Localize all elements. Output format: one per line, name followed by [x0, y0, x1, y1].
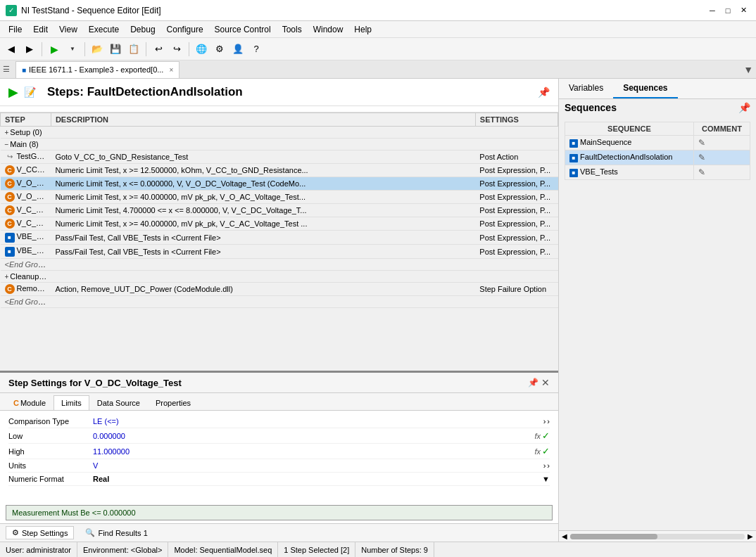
table-row[interactable]: ■VBE_Test_on_V_C_Fail_LowPass/Fail Test,…: [1, 245, 558, 259]
save2-button[interactable]: 📋: [125, 41, 142, 58]
scroll-track[interactable]: [570, 534, 745, 539]
tab-limits[interactable]: Limits: [53, 395, 89, 410]
run-dropdown-button[interactable]: ▼: [64, 41, 81, 58]
steps-title: Steps: FaultDetectionAndIsolation: [47, 85, 538, 99]
table-row[interactable]: CV_CC_to_GND_Resistance_TestNumeric Limi…: [1, 164, 558, 177]
scroll-thumb: [570, 534, 657, 539]
magnifier-icon: 🔍: [85, 528, 95, 537]
menu-item-file[interactable]: File: [3, 23, 27, 36]
open-button[interactable]: 📂: [89, 41, 106, 58]
c-step-icon: C: [5, 179, 15, 188]
help-button[interactable]: ?: [248, 41, 265, 58]
tab-sequences[interactable]: Sequences: [613, 79, 677, 98]
menu-item-edit[interactable]: Edit: [27, 23, 53, 36]
steps-scroll[interactable]: STEP DESCRIPTION SETTINGS +Setup (0)−Mai…: [0, 113, 558, 348]
menu-item-source control[interactable]: Source Control: [209, 23, 277, 36]
menu-item-debug[interactable]: Debug: [125, 23, 160, 36]
forward-button[interactable]: ▶: [21, 41, 38, 58]
list-item[interactable]: ■FaultDetectionAndIsolation✎: [565, 151, 750, 165]
run-button[interactable]: ▶: [46, 41, 63, 58]
edit-icon[interactable]: ✎: [698, 167, 705, 177]
right-content: SEQUENCE COMMENT ■MainSequence✎■FaultDet…: [559, 116, 756, 530]
numeric-dropdown[interactable]: ▼: [542, 475, 550, 483]
settings-step-name: V_O_DC_Voltage_Test: [84, 378, 182, 388]
dropdown-arrow[interactable]: ›: [543, 417, 546, 425]
units-arrow1[interactable]: ›: [543, 461, 546, 470]
table-row[interactable]: CV_C_AC_Voltage_TestNumeric Limit Test, …: [1, 217, 558, 231]
table-row[interactable]: −Main (8): [1, 139, 558, 151]
table-row[interactable]: <End Group>: [1, 259, 558, 271]
table-row[interactable]: ↪TestGroupSequenceEntryPointGoto V_CC_to…: [1, 151, 558, 164]
dropdown-arrow2[interactable]: ›: [547, 417, 550, 425]
expand-icon[interactable]: +: [5, 273, 9, 281]
sequence-tab[interactable]: ■ IEEE 1671.1 - Example3 - exported[0...…: [15, 61, 179, 78]
list-item[interactable]: ■VBE_Tests✎: [565, 165, 750, 180]
table-row[interactable]: CRemove_UUT_DC_PowerAction, Remove_UUT_D…: [1, 283, 558, 296]
right-pin-icon[interactable]: 📌: [738, 102, 750, 113]
high-fx-button[interactable]: fx: [534, 447, 541, 456]
low-value: 0.000000: [93, 432, 534, 440]
redo-button[interactable]: ↪: [168, 41, 185, 58]
menu-item-view[interactable]: View: [53, 23, 83, 36]
collapse-icon[interactable]: −: [5, 141, 9, 148]
table-row[interactable]: CV_C_DC_Voltage_TestNumeric Limit Test, …: [1, 204, 558, 217]
toolbar-separator-1: [42, 42, 42, 56]
low-actions: fx ✓: [534, 430, 550, 441]
tab-close-button[interactable]: ×: [169, 66, 173, 74]
comparison-type-value: LE (<=): [93, 417, 543, 425]
menu-item-window[interactable]: Window: [308, 23, 349, 36]
undo-button[interactable]: ↩: [150, 41, 167, 58]
c-step-icon: C: [5, 165, 15, 175]
tab-module[interactable]: CModule: [6, 395, 53, 410]
edit-icon[interactable]: ✎: [698, 138, 705, 148]
edit-icon[interactable]: ✎: [698, 153, 705, 162]
user-button[interactable]: 👤: [229, 41, 246, 58]
seq-col-name: SEQUENCE: [565, 122, 694, 136]
sidebar-toggle[interactable]: ☰: [3, 65, 10, 74]
low-fx-button[interactable]: fx: [534, 432, 541, 440]
tab-variables[interactable]: Variables: [559, 79, 613, 98]
close-button[interactable]: ✕: [736, 4, 750, 18]
status-user: User: administrator: [0, 542, 77, 557]
step-description: [51, 296, 475, 308]
tab-menu-button[interactable]: ▼: [743, 64, 753, 75]
maximize-button[interactable]: □: [721, 4, 735, 18]
minimize-button[interactable]: ─: [705, 4, 719, 18]
config-button[interactable]: ⚙: [211, 41, 228, 58]
scroll-left-button[interactable]: ◀: [562, 532, 567, 540]
app-icon: ✓: [6, 5, 17, 16]
list-item[interactable]: ■MainSequence✎: [565, 136, 750, 151]
sequences-table: SEQUENCE COMMENT ■MainSequence✎■FaultDet…: [565, 122, 750, 180]
table-row[interactable]: +Cleanup (1): [1, 271, 558, 283]
menu-item-configure[interactable]: Configure: [161, 23, 209, 36]
step-settings-tab[interactable]: ⚙ Step Settings: [6, 526, 74, 539]
measurement-bar: Measurement Must Be <= 0.000000: [6, 505, 553, 520]
menu-item-help[interactable]: Help: [348, 23, 377, 36]
settings-close-button[interactable]: ✕: [541, 377, 550, 388]
menu-item-tools[interactable]: Tools: [277, 23, 308, 36]
save-button[interactable]: 💾: [107, 41, 124, 58]
left-panel: ▶ 📝 Steps: FaultDetectionAndIsolation 📌: [0, 79, 559, 542]
gear-icon: ⚙: [12, 528, 19, 537]
table-row[interactable]: CV_O_DC_Voltage_TestNumeric Limit Test, …: [1, 177, 558, 191]
units-arrow2[interactable]: ›: [547, 461, 550, 470]
steps-tbody: +Setup (0)−Main (8)↪TestGroupSequenceEnt…: [1, 127, 558, 308]
steps-pin-icon[interactable]: 📌: [538, 87, 550, 98]
globe-button[interactable]: 🌐: [193, 41, 210, 58]
settings-pin-button[interactable]: 📌: [528, 377, 538, 388]
table-row[interactable]: ■VBE_Test_on_V_C_Fail_HighPass/Fail Test…: [1, 231, 558, 245]
table-row[interactable]: <End Group>: [1, 296, 558, 308]
table-row[interactable]: CV_O_AC_Voltage_TestNumeric Limit Test, …: [1, 191, 558, 204]
expand-icon[interactable]: +: [5, 129, 9, 136]
tab-properties[interactable]: Properties: [148, 395, 199, 410]
step-description: Numeric Limit Test, x >= 40.000000, mV p…: [51, 217, 475, 231]
table-row[interactable]: +Setup (0): [1, 127, 558, 139]
menu-item-execute[interactable]: Execute: [83, 23, 125, 36]
tab-data-source[interactable]: Data Source: [89, 395, 148, 410]
new-step-button[interactable]: 📝: [24, 87, 36, 98]
bottom-tabs: ⚙ Step Settings 🔍 Find Results 1: [0, 523, 558, 542]
status-model: Model: SequentialModel.seq: [168, 542, 278, 557]
back-button[interactable]: ◀: [3, 41, 20, 58]
find-results-tab[interactable]: 🔍 Find Results 1: [80, 527, 153, 539]
scroll-right-button[interactable]: ▶: [748, 532, 753, 540]
